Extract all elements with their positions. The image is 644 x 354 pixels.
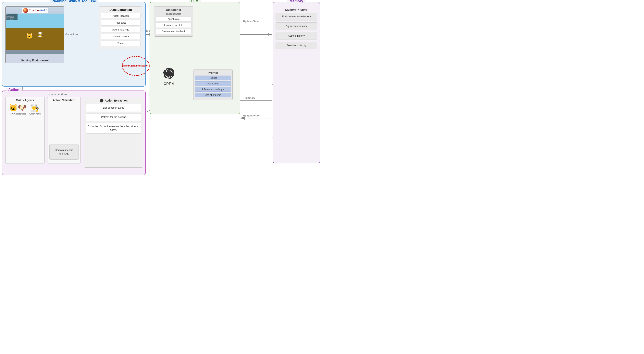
dispatcher-item-env-feedback: Environment feedback [156, 29, 192, 34]
state-extraction-box: State Extraction Agent location Tool sta… [99, 6, 142, 49]
game-ui-panel: Move Pick up/Drop Cut/Operate Time: 01:1… [6, 14, 18, 20]
prompt-item-instructions: Instructions [195, 81, 231, 86]
characters-row: 🐱🐶 NPC Collaborators 👨‍🍳 Human Player [7, 104, 43, 115]
gaming-env-label: Gaming Environment [6, 59, 64, 62]
state-item-tool-state: Tool state [101, 20, 140, 26]
dispatcher-box: Dispatcher Current State Agent state Env… [154, 6, 193, 36]
state-item-agent-holdings: Agent holdings [101, 27, 140, 32]
gaming-env-box: CuisineWorld Move Pick up/Drop Cut/Opera… [5, 6, 64, 63]
memory-item-agent-state: Agent state history [276, 22, 317, 30]
planning-title: Planning Skills & Tool Use [50, 0, 98, 3]
gaming-env-inner: CuisineWorld Move Pick up/Drop Cut/Opera… [6, 7, 64, 54]
npc-emoji: 🐱🐶 [9, 104, 26, 112]
human-label: Human Player [28, 113, 41, 115]
memory-item-feedback: Feedback history [276, 42, 317, 50]
memory-item-actions: Actions history [276, 32, 317, 40]
human-actions-label: Human Actions [48, 93, 67, 96]
dispatcher-item-agent-state: Agent state [156, 16, 192, 22]
prompt-title: Prompt [195, 71, 231, 74]
action-item-list: List of action types [86, 104, 141, 112]
action-extraction-box: Action Extraction List of action types P… [84, 97, 143, 168]
gpt4-icon [162, 67, 176, 81]
action-extraction-title: Action Extraction [86, 98, 141, 102]
domain-specific-box: Domain specific language [50, 144, 78, 160]
gpt4-block: GPT-4 [162, 67, 176, 86]
multi-agents-title: Multi - Agents [7, 98, 43, 102]
cuisine-text: Cuisine [29, 9, 39, 12]
state-item-timer: Timer [101, 40, 140, 46]
prompt-item-recipes: Recipes [195, 76, 231, 80]
action-extraction-text: Action Extraction [105, 99, 128, 102]
llm-title: LLM [189, 0, 201, 3]
memory-item-env-state: Environment state history [276, 13, 317, 20]
prompt-item-oneshot: One-shot demo [195, 93, 231, 98]
dispatcher-title: Dispatcher [156, 8, 192, 12]
planning-box: Planning Skills & Tool Use CuisineWorld … [2, 2, 146, 86]
memory-history-title: Memory History [276, 8, 317, 11]
llm-box: LLM Dispatcher Current State Agent state… [150, 2, 240, 114]
game-character-2: 👨‍🍳 [38, 32, 43, 37]
human-emoji: 👨‍🍳 [28, 104, 41, 112]
action-openai-icon [100, 98, 104, 102]
dispatcher-item-env-state: Environment state [156, 23, 192, 28]
state-item-agent-location: Agent location [101, 13, 140, 19]
multi-agents-box: Multi - Agents 🐱🐶 NPC Collaborators 👨‍🍳 … [5, 97, 45, 164]
diagram-container: Planning Skills & Tool Use CuisineWorld … [0, 0, 322, 177]
update-action-label: Update Action [243, 114, 260, 117]
action-validation-box: Action Validation Domain specific langua… [47, 97, 81, 164]
action-validation-title: Action Validation [49, 98, 79, 102]
cuisine-world-logo: CuisineWorld [22, 8, 48, 13]
cuisine-logo-ball [23, 8, 28, 13]
memory-title: Memory [287, 0, 306, 3]
game-info-label: Game Info. [65, 33, 78, 36]
update-state-label: Update State [243, 20, 258, 23]
memory-box: Memory Memory History Environment state … [273, 2, 320, 163]
game-scene: Move Pick up/Drop Cut/Operate Time: 01:1… [6, 14, 64, 50]
gpt4-label: GPT-4 [162, 82, 176, 86]
action-box: Action Controller Human Actions Multi - … [2, 90, 146, 175]
game-character-1: 🐱 [26, 33, 33, 39]
prompt-item-inference: Inference knowledge [195, 87, 231, 92]
mind-agent-text: MindAgent Interaction [124, 64, 148, 68]
action-item-pattern: Pattern for the actions [86, 113, 141, 121]
action-item-extraction: Extraction full action names from the re… [86, 122, 141, 134]
npc-label: NPC Collaborators [9, 113, 26, 115]
action-title: Action [6, 88, 21, 92]
trajectory-label: Trajectory [243, 96, 255, 99]
state-extraction-title: State Extraction [101, 8, 140, 12]
dispatcher-subtitle: Current State [156, 12, 192, 15]
state-item-pending-dishes: Pending dishes [101, 34, 140, 39]
prompt-box: Prompt Recipes Instructions Inference kn… [193, 69, 233, 100]
mind-agent-circle: MindAgent Interaction [122, 56, 150, 76]
world-text: World [39, 9, 46, 12]
character-human: 👨‍🍳 Human Player [28, 104, 41, 115]
cuisine-logo-text: CuisineWorld [29, 9, 46, 12]
character-npc: 🐱🐶 NPC Collaborators [9, 104, 26, 115]
